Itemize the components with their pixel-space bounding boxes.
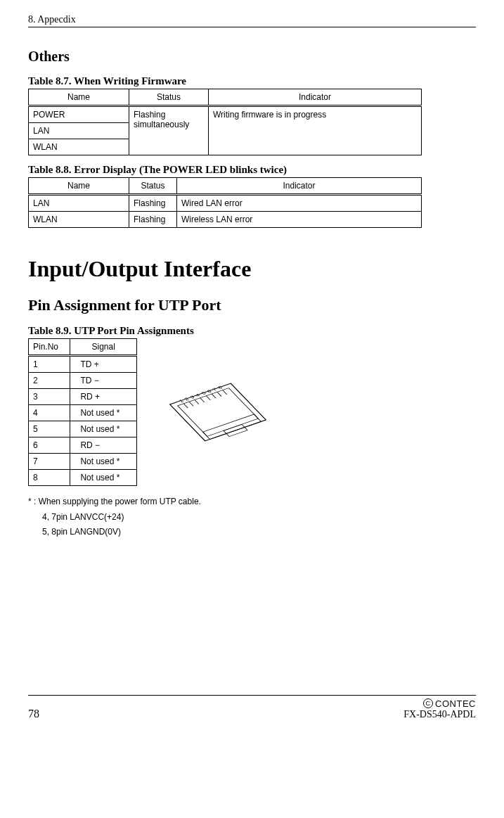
svg-text:2: 2: [183, 397, 190, 402]
table-cell: Flashing: [129, 195, 177, 212]
svg-line-10: [217, 392, 221, 396]
t88-h-indicator: Indicator: [177, 178, 422, 195]
table-cell: Flashing: [129, 212, 177, 228]
table-cell: TD −: [70, 373, 137, 389]
table-cell: Not used *: [70, 405, 137, 421]
svg-line-5: [189, 402, 193, 406]
svg-line-11: [223, 390, 227, 395]
svg-text:4: 4: [194, 392, 201, 397]
page-number: 78: [28, 708, 39, 720]
table-8-9: Pin.No Signal 1TD + 2TD − 3RD + 4Not use…: [28, 338, 137, 486]
svg-text:6: 6: [206, 389, 213, 394]
svg-text:3: 3: [188, 395, 195, 400]
io-chapter-title: Input/Output Interface: [28, 256, 476, 282]
table-8-9-caption: Table 8.9. UTP Port Pin Assignments: [28, 325, 476, 337]
svg-line-6: [195, 400, 199, 404]
footnote-block: * : When supplying the power form UTP ca…: [28, 494, 476, 540]
svg-text:5: 5: [200, 390, 207, 395]
table-cell: Not used *: [70, 470, 137, 486]
model-name: FX-DS540-APDL: [403, 709, 476, 720]
brand-name: CONTEC: [435, 698, 476, 709]
io-subtitle: Pin Assignment for UTP Port: [28, 296, 476, 314]
footnote-star: * : When supplying the power form UTP ca…: [28, 497, 201, 506]
svg-line-4: [183, 404, 188, 408]
table-cell: TD +: [70, 356, 137, 373]
table-cell: Not used *: [70, 421, 137, 437]
table-8-7: Name Status Indicator POWER Flashing sim…: [28, 89, 422, 155]
table-cell: Wired LAN error: [177, 195, 422, 212]
section-others-title: Others: [28, 49, 476, 65]
table-cell: 7: [29, 454, 70, 470]
table-cell: WLAN: [29, 139, 129, 155]
table-cell: LAN: [29, 195, 129, 212]
table-cell: 1: [29, 356, 70, 373]
rj45-connector-icon: 1 2 3 4 5 6 7 8: [165, 359, 271, 465]
t88-h-status: Status: [129, 178, 177, 195]
t88-h-name: Name: [29, 178, 129, 195]
svg-line-9: [212, 394, 216, 398]
table-cell: Writing firmware is in progress: [209, 106, 422, 155]
svg-text:8: 8: [217, 385, 224, 390]
footnote-line2: 5, 8pin LANGND(0V): [28, 525, 476, 540]
svg-text:7: 7: [212, 387, 219, 392]
footnote-line1: 4, 7pin LANVCC(+24): [28, 510, 476, 525]
t87-h-status: Status: [129, 89, 209, 106]
table-cell: Flashing simultaneously: [129, 106, 209, 155]
svg-line-8: [206, 396, 210, 400]
table-cell: LAN: [29, 123, 129, 139]
table-cell: Wireless LAN error: [177, 212, 422, 228]
t87-h-name: Name: [29, 89, 129, 106]
table-cell: RD −: [70, 437, 137, 454]
svg-text:1: 1: [178, 399, 185, 404]
table-cell: 6: [29, 437, 70, 454]
table-cell: POWER: [29, 106, 129, 123]
svg-line-7: [200, 398, 205, 402]
table-cell: 8: [29, 470, 70, 486]
table-cell: 5: [29, 421, 70, 437]
table-cell: WLAN: [29, 212, 129, 228]
table-8-7-caption: Table 8.7. When Writing Firmware: [28, 75, 476, 87]
table-cell: 4: [29, 405, 70, 421]
table-cell: Not used *: [70, 454, 137, 470]
table-8-8: Name Status Indicator LAN Flashing Wired…: [28, 177, 422, 228]
t89-h-pin: Pin.No: [29, 339, 70, 356]
t87-h-indicator: Indicator: [209, 89, 422, 106]
table-cell: 3: [29, 389, 70, 405]
svg-rect-0: [170, 383, 266, 441]
table-8-8-caption: Table 8.8. Error Display (The POWER LED …: [28, 164, 476, 176]
table-cell: RD +: [70, 389, 137, 405]
copyright-icon: C: [423, 698, 433, 708]
table-cell: 2: [29, 373, 70, 389]
chapter-header: 8. Appecdix: [28, 14, 476, 27]
t89-h-signal: Signal: [70, 339, 137, 356]
page-footer: 78 C CONTEC FX-DS540-APDL: [28, 695, 476, 720]
